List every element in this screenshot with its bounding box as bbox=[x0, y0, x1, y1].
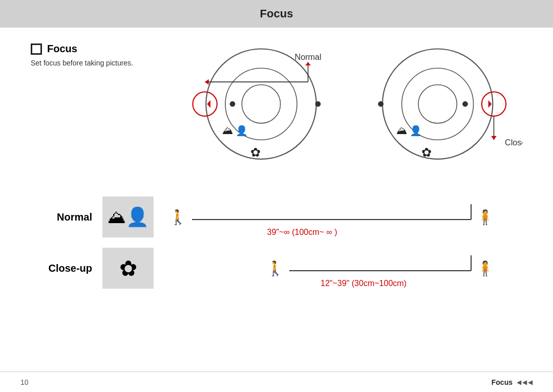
normal-icon-box: ⛰👤 bbox=[102, 197, 154, 237]
svg-text:👤: 👤 bbox=[410, 125, 422, 137]
svg-text:🧍: 🧍 bbox=[476, 260, 494, 277]
svg-text:🧍: 🧍 bbox=[476, 209, 494, 226]
closeup-icon-box: ✿ bbox=[102, 248, 154, 289]
header-title: Focus bbox=[260, 7, 293, 20]
svg-marker-19 bbox=[488, 100, 492, 108]
normal-range-diagram: 🚶 39"~∞ (100cm~ ∞ ) 🧍 bbox=[164, 197, 522, 237]
closeup-range-svg: 🚶 12"~39" (30cm~100cm) 🧍 bbox=[164, 248, 522, 294]
arrow-left-filled-icon: ◀ bbox=[517, 379, 521, 386]
closeup-mode-row: Close-up ✿ 🚶 12"~39" (30cm~100cm) 🧍 bbox=[31, 248, 522, 289]
focus-description: Set focus before taking pictures. bbox=[31, 59, 143, 67]
main-content: Focus Set focus before taking pictures. bbox=[0, 28, 553, 299]
svg-text:👤: 👤 bbox=[236, 125, 248, 137]
normal-label: Normal bbox=[31, 211, 92, 223]
page-number: 10 bbox=[20, 378, 29, 386]
svg-marker-4 bbox=[207, 100, 210, 108]
svg-point-2 bbox=[242, 85, 280, 123]
svg-point-18 bbox=[482, 92, 506, 116]
arrow-left-icon: ◀ bbox=[522, 379, 527, 386]
footer-arrows: ◀ ◀ ◀ bbox=[517, 379, 533, 386]
bottom-section: Normal ⛰👤 🚶 39"~∞ (100cm~ ∞ ) 🧍 bbox=[31, 197, 522, 289]
svg-point-6 bbox=[315, 101, 321, 107]
svg-text:39"~∞ (100cm~ ∞ ): 39"~∞ (100cm~ ∞ ) bbox=[267, 228, 337, 236]
svg-point-0 bbox=[206, 49, 316, 159]
svg-marker-13 bbox=[205, 79, 209, 85]
svg-text:✿: ✿ bbox=[421, 146, 432, 159]
svg-point-5 bbox=[230, 101, 236, 107]
svg-text:🚶: 🚶 bbox=[266, 260, 284, 277]
svg-text:Normal: Normal bbox=[295, 52, 322, 61]
svg-point-20 bbox=[378, 101, 384, 107]
svg-marker-27 bbox=[491, 136, 497, 140]
page-header: Focus bbox=[0, 0, 553, 28]
focus-icon-row: Focus bbox=[31, 43, 143, 55]
cameras-diagram-area: ⛰ 👤 ✿ Normal bbox=[143, 38, 522, 181]
svg-text:⛰: ⛰ bbox=[396, 124, 408, 137]
svg-text:⛰: ⛰ bbox=[222, 124, 233, 137]
arrow-left2-icon: ◀ bbox=[528, 379, 533, 386]
page-footer: 10 Focus ◀ ◀ ◀ bbox=[0, 372, 553, 392]
focus-info: Focus Set focus before taking pictures. bbox=[31, 38, 143, 67]
svg-text:Close-up: Close-up bbox=[505, 138, 522, 147]
svg-point-17 bbox=[418, 85, 457, 123]
focus-section-title: Focus bbox=[47, 43, 77, 55]
svg-text:🚶: 🚶 bbox=[169, 209, 187, 226]
normal-mode-row: Normal ⛰👤 🚶 39"~∞ (100cm~ ∞ ) 🧍 bbox=[31, 197, 522, 237]
normal-range-svg: 🚶 39"~∞ (100cm~ ∞ ) 🧍 bbox=[164, 197, 522, 243]
svg-marker-14 bbox=[305, 62, 311, 65]
svg-text:12"~39" (30cm~100cm): 12"~39" (30cm~100cm) bbox=[321, 279, 407, 288]
cameras-svg: ⛰ 👤 ✿ Normal bbox=[143, 38, 522, 181]
closeup-label: Close-up bbox=[31, 263, 92, 274]
focus-square-icon bbox=[31, 43, 42, 55]
svg-point-21 bbox=[462, 101, 468, 107]
closeup-range-diagram: 🚶 12"~39" (30cm~100cm) 🧍 bbox=[164, 248, 522, 289]
footer-section-label: Focus bbox=[492, 378, 513, 386]
top-section: Focus Set focus before taking pictures. bbox=[31, 38, 522, 181]
svg-point-15 bbox=[382, 49, 493, 159]
svg-text:✿: ✿ bbox=[250, 146, 261, 159]
normal-icon: ⛰👤 bbox=[108, 206, 149, 228]
svg-point-3 bbox=[193, 92, 217, 116]
footer-right: Focus ◀ ◀ ◀ bbox=[492, 378, 533, 386]
closeup-icon: ✿ bbox=[119, 256, 137, 281]
